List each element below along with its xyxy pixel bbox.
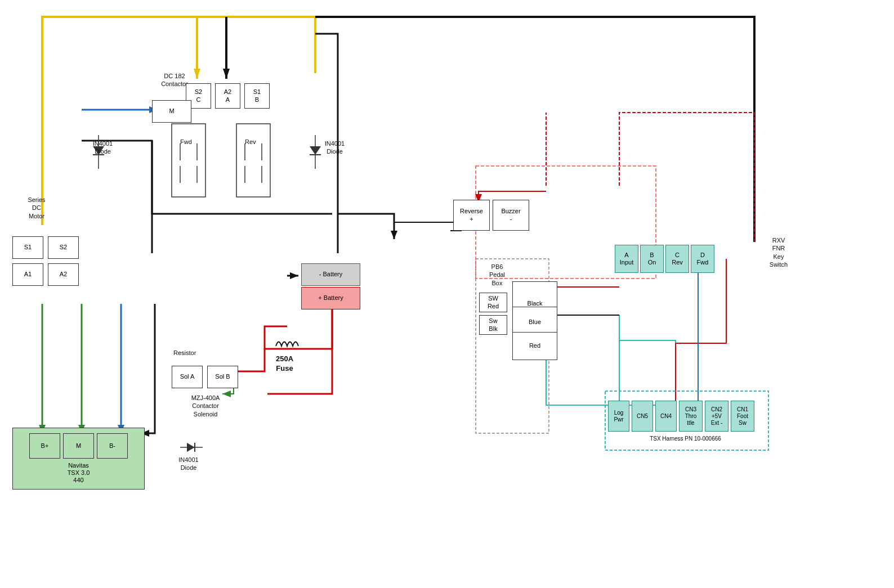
b-on-box: BOn: [640, 245, 664, 273]
in4001-bottom-symbol: [175, 436, 208, 459]
cn1-foot-sw-box: CN1FootSw: [731, 401, 754, 432]
s2-box: S2: [48, 236, 79, 259]
svg-rect-5: [172, 124, 205, 197]
sol-a-box: Sol A: [172, 366, 203, 388]
c-rev-box: CRev: [665, 245, 689, 273]
bp-terminal: B+: [29, 433, 60, 459]
wiring-diagram: DC 182Contactor S2C A2A S1B M Fwd Rev IN…: [0, 0, 894, 588]
sw-red-box: SWRed: [479, 293, 507, 312]
svg-rect-6: [236, 124, 270, 197]
in4001-right-label: IN4001Diode: [319, 140, 350, 156]
m-terminal: M: [63, 433, 94, 459]
rev-label: Rev: [245, 138, 256, 146]
red-box: Red: [512, 332, 557, 360]
a2-box: A2: [48, 263, 79, 286]
mzj400a-label: MZJ-400AContactorSolenoid: [172, 394, 239, 418]
tsx-harness-label: TSX Harness PN 10-000666: [611, 435, 760, 442]
s1b-box: S1B: [244, 83, 270, 109]
cn3-throttle-box: CN3Throttle: [679, 401, 703, 432]
m-coil-box: M: [152, 100, 191, 123]
sw-blk-box: SwBlk: [479, 315, 507, 335]
svg-marker-37: [187, 443, 195, 452]
battery-pos-box: + Battery: [301, 287, 360, 309]
svg-marker-22: [290, 272, 298, 279]
cn2-5v-box: CN2+5VExt -: [705, 401, 728, 432]
s1-box: S1: [12, 236, 43, 259]
rxv-fnr-label: RXVFNRKeySwitch: [759, 236, 798, 268]
resistor-label: Resistor: [173, 349, 196, 357]
buzzer-minus-box: Buzzer-: [493, 200, 529, 231]
sol-b-box: Sol B: [207, 366, 238, 388]
fwd-label: Fwd: [180, 138, 192, 146]
cn4-box: CN4: [655, 401, 677, 432]
battery-neg-box: - Battery: [301, 263, 360, 286]
cn5-box: CN5: [632, 401, 653, 432]
navitas-box: B+ M B- NavitasTSX 3.0440: [12, 428, 145, 490]
reverse-plus-box: Reverse+: [453, 200, 490, 231]
wiring-svg: [0, 0, 894, 588]
navitas-label: NavitasTSX 3.0440: [68, 462, 90, 484]
svg-marker-21: [391, 231, 397, 239]
bm-terminal: B-: [97, 433, 128, 459]
pb6-pedal-box-label: PB6PedalBox: [480, 263, 514, 287]
d-fwd-box: DFwd: [691, 245, 714, 273]
log-pwr-box: LogPwr: [608, 401, 629, 432]
in4001-left-label: IN4001Diode: [87, 140, 118, 156]
a-input-box: AInput: [615, 245, 638, 273]
fuse-label: 250AFuse: [276, 354, 293, 374]
a2a-box: A2A: [215, 83, 240, 109]
a1-box: A1: [12, 263, 43, 286]
series-dc-motor-label: SeriesDCMotor: [17, 196, 56, 220]
svg-marker-1: [223, 69, 230, 79]
